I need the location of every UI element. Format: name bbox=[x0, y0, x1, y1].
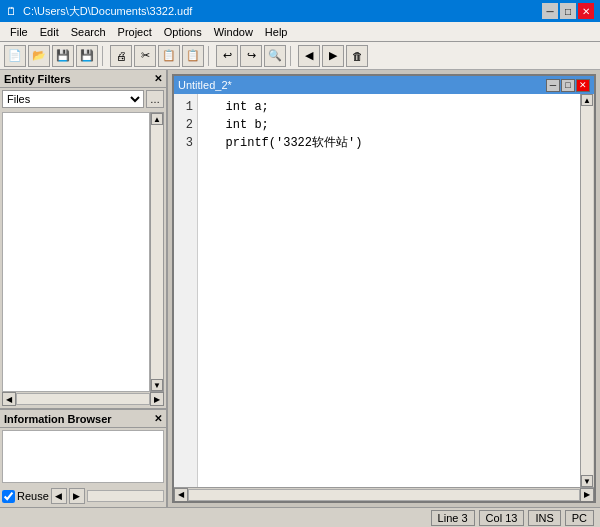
main-area: Entity Filters ✕ Files … ▲ ▼ bbox=[0, 70, 600, 507]
entity-filters-toolbar: Files … bbox=[0, 88, 166, 110]
toolbar-print[interactable]: 🖨 bbox=[110, 45, 132, 67]
info-browser-title: Information Browser bbox=[4, 413, 112, 425]
toolbar-undo[interactable]: ↩ bbox=[216, 45, 238, 67]
toolbar-sep-1 bbox=[102, 46, 106, 66]
editor-content: 1 2 3 int a; int b; printf('3322软件站') ▲ … bbox=[174, 94, 594, 487]
toolbar-copy[interactable]: 📋 bbox=[158, 45, 180, 67]
info-browser-content bbox=[2, 430, 164, 483]
menu-edit[interactable]: Edit bbox=[34, 25, 65, 39]
maximize-button[interactable]: □ bbox=[560, 3, 576, 19]
close-button[interactable]: ✕ bbox=[578, 3, 594, 19]
entity-filter-hscroll-row: ◀ ▶ bbox=[2, 392, 164, 406]
entity-filter-select[interactable]: Files bbox=[2, 90, 144, 108]
hscroll-track[interactable] bbox=[16, 393, 150, 405]
title-bar-controls: ─ □ ✕ bbox=[542, 3, 594, 19]
editor-vscroll-track[interactable] bbox=[581, 106, 593, 475]
info-browser-bottom: Reuse ◀ ▶ bbox=[0, 485, 166, 507]
editor-vscroll[interactable]: ▲ ▼ bbox=[580, 94, 594, 487]
toolbar-back[interactable]: ◀ bbox=[298, 45, 320, 67]
toolbar-paste[interactable]: 📋 bbox=[182, 45, 204, 67]
menu-file[interactable]: File bbox=[4, 25, 34, 39]
code-line-2: int b; bbox=[204, 118, 269, 132]
menu-search[interactable]: Search bbox=[65, 25, 112, 39]
status-col: Col 13 bbox=[479, 510, 525, 526]
minimize-button[interactable]: ─ bbox=[542, 3, 558, 19]
toolbar-saveall[interactable]: 💾 bbox=[76, 45, 98, 67]
line-num-3: 3 bbox=[178, 134, 193, 152]
toolbar-find[interactable]: 🔍 bbox=[264, 45, 286, 67]
line-num-1: 1 bbox=[178, 98, 193, 116]
toolbar-sep-2 bbox=[208, 46, 212, 66]
line-num-2: 2 bbox=[178, 116, 193, 134]
code-line-3: printf('3322软件站') bbox=[204, 136, 362, 150]
title-bar-left: 🗒 C:\Users\大D\Documents\3322.udf bbox=[6, 4, 192, 19]
vscroll-down-arrow[interactable]: ▼ bbox=[151, 379, 163, 391]
editor-hscroll-track[interactable] bbox=[188, 489, 580, 501]
entity-filter-list[interactable] bbox=[2, 112, 150, 392]
reuse-label: Reuse bbox=[17, 490, 49, 502]
editor-hscroll-row: ◀ ▶ bbox=[174, 487, 594, 501]
vscroll-up-arrow[interactable]: ▲ bbox=[151, 113, 163, 125]
editor-title-buttons: ─ □ ✕ bbox=[546, 79, 590, 92]
ib-fwd-btn[interactable]: ▶ bbox=[69, 488, 85, 504]
toolbar-new[interactable]: 📄 bbox=[4, 45, 26, 67]
hscroll-right-arrow[interactable]: ▶ bbox=[150, 392, 164, 406]
editor-vscroll-down[interactable]: ▼ bbox=[581, 475, 593, 487]
toolbar-redo[interactable]: ↪ bbox=[240, 45, 262, 67]
info-browser-header: Information Browser ✕ bbox=[0, 410, 166, 428]
title-bar: 🗒 C:\Users\大D\Documents\3322.udf ─ □ ✕ bbox=[0, 0, 600, 22]
toolbar-open[interactable]: 📂 bbox=[28, 45, 50, 67]
reuse-checkbox[interactable] bbox=[2, 490, 15, 503]
hscroll-left-arrow[interactable]: ◀ bbox=[2, 392, 16, 406]
menu-project[interactable]: Project bbox=[112, 25, 158, 39]
status-line: Line 3 bbox=[431, 510, 475, 526]
menu-options[interactable]: Options bbox=[158, 25, 208, 39]
editor-title: Untitled_2* bbox=[178, 79, 232, 91]
editor-title-bar: Untitled_2* ─ □ ✕ bbox=[174, 76, 594, 94]
editor-window: Untitled_2* ─ □ ✕ 1 2 3 int a; int b; pr… bbox=[172, 74, 596, 503]
status-pc: PC bbox=[565, 510, 594, 526]
entity-filters-close[interactable]: ✕ bbox=[154, 73, 162, 84]
toolbar-fwd[interactable]: ▶ bbox=[322, 45, 344, 67]
menu-help[interactable]: Help bbox=[259, 25, 294, 39]
code-editor[interactable]: int a; int b; printf('3322软件站') bbox=[198, 94, 580, 487]
editor-hscroll-right[interactable]: ▶ bbox=[580, 488, 594, 502]
toolbar-save[interactable]: 💾 bbox=[52, 45, 74, 67]
toolbar-delete[interactable]: 🗑 bbox=[346, 45, 368, 67]
toolbar-cut[interactable]: ✂ bbox=[134, 45, 156, 67]
ib-hscroll[interactable] bbox=[87, 490, 164, 502]
status-bar: Line 3 Col 13 INS PC bbox=[0, 507, 600, 527]
toolbar-sep-3 bbox=[290, 46, 294, 66]
window-title: C:\Users\大D\Documents\3322.udf bbox=[23, 4, 192, 19]
status-ins: INS bbox=[528, 510, 560, 526]
info-browser-close[interactable]: ✕ bbox=[154, 413, 162, 424]
vscroll-track[interactable] bbox=[151, 125, 163, 379]
editor-vscroll-up[interactable]: ▲ bbox=[581, 94, 593, 106]
menu-bar: File Edit Search Project Options Window … bbox=[0, 22, 600, 42]
left-panel: Entity Filters ✕ Files … ▲ ▼ bbox=[0, 70, 168, 507]
editor-maximize-btn[interactable]: □ bbox=[561, 79, 575, 92]
entity-filters-header: Entity Filters ✕ bbox=[0, 70, 166, 88]
editor-close-btn[interactable]: ✕ bbox=[576, 79, 590, 92]
editor-hscroll-left[interactable]: ◀ bbox=[174, 488, 188, 502]
entity-filter-vscroll[interactable]: ▲ ▼ bbox=[150, 112, 164, 392]
info-browser-panel: Information Browser ✕ Reuse ◀ ▶ bbox=[0, 410, 166, 507]
entity-filters-title: Entity Filters bbox=[4, 73, 71, 85]
reuse-checkbox-label[interactable]: Reuse bbox=[2, 490, 49, 503]
toolbar: 📄 📂 💾 💾 🖨 ✂ 📋 📋 ↩ ↪ 🔍 ◀ ▶ 🗑 bbox=[0, 42, 600, 70]
menu-window[interactable]: Window bbox=[208, 25, 259, 39]
ib-back-btn[interactable]: ◀ bbox=[51, 488, 67, 504]
entity-filters-panel: Entity Filters ✕ Files … ▲ ▼ bbox=[0, 70, 166, 410]
line-numbers: 1 2 3 bbox=[174, 94, 198, 487]
entity-filter-menu-btn[interactable]: … bbox=[146, 90, 164, 108]
app-icon: 🗒 bbox=[6, 5, 17, 17]
editor-minimize-btn[interactable]: ─ bbox=[546, 79, 560, 92]
right-area: Untitled_2* ─ □ ✕ 1 2 3 int a; int b; pr… bbox=[168, 70, 600, 507]
code-line-1: int a; bbox=[204, 100, 269, 114]
